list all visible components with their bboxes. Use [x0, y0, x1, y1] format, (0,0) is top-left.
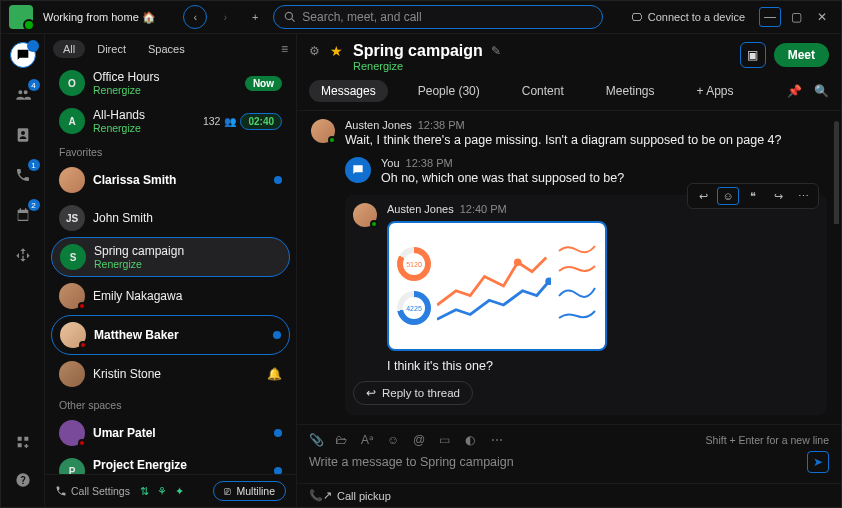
call-settings[interactable]: Call Settings: [55, 485, 130, 497]
favorite-john[interactable]: JS John Smith: [51, 199, 290, 237]
tab-meetings[interactable]: Meetings: [594, 80, 667, 102]
presence-dnd: [78, 439, 86, 447]
rail-chat[interactable]: [10, 42, 36, 68]
message: Austen Jones12:38 PM Wait, I think there…: [311, 119, 827, 147]
compose-input[interactable]: Write a message to Spring campaign: [309, 455, 799, 469]
avatar: [59, 283, 85, 309]
more-compose-icon[interactable]: ⋯: [491, 433, 505, 447]
action-reply[interactable]: ↩: [692, 187, 714, 205]
scrollbar[interactable]: [834, 121, 839, 414]
action-more[interactable]: ⋯: [792, 187, 814, 205]
favorite-spring-campaign[interactable]: S Spring campaignRenergize: [51, 237, 290, 277]
contacts-icon: [15, 127, 31, 143]
pin-icon[interactable]: 📌: [787, 84, 802, 98]
pip-button[interactable]: ▣: [740, 42, 766, 68]
avatar: [60, 322, 86, 348]
connect-label: Connect to a device: [648, 11, 745, 23]
action-react[interactable]: ☺: [717, 187, 739, 205]
msg-author: You: [381, 157, 400, 169]
window-close[interactable]: ✕: [811, 7, 833, 27]
filter-button[interactable]: ≡: [281, 42, 288, 56]
space-all-hands[interactable]: A All-HandsRenergize 132👥02:40: [51, 102, 290, 140]
edit-title-button[interactable]: ✎: [491, 44, 501, 58]
favorite-clarissa[interactable]: Clarissa Smith: [51, 161, 290, 199]
connect-to-device[interactable]: 🖵 Connect to a device: [631, 11, 745, 23]
rail-more[interactable]: [10, 242, 36, 268]
rail-calendar[interactable]: 2: [10, 202, 36, 228]
people-icon: [15, 87, 31, 103]
space-name: Project Energize: [93, 458, 266, 472]
msg-text: Wait, I think there's a page missing. Is…: [345, 133, 827, 147]
space-name: Office Hours: [93, 70, 237, 84]
tab-all[interactable]: All: [53, 40, 85, 58]
self-avatar[interactable]: [9, 5, 33, 29]
other-project-energize[interactable]: P Project EnergizeRenergize: [51, 452, 290, 474]
tab-messages[interactable]: Messages: [309, 80, 388, 102]
contact-name: Clarissa Smith: [93, 173, 266, 187]
tab-content[interactable]: Content: [510, 80, 576, 102]
space-office-hours[interactable]: O Office HoursRenergize Now: [51, 64, 290, 102]
rail-teams[interactable]: 4: [10, 82, 36, 108]
action-quote[interactable]: ❝: [742, 187, 764, 205]
emoji-icon[interactable]: ☺: [387, 433, 401, 447]
bitmoji-icon[interactable]: ◐: [465, 433, 479, 447]
screen-capture-icon[interactable]: 🗁: [335, 433, 349, 447]
time-chip: 02:40: [240, 113, 282, 130]
space-org: Renergize: [93, 84, 237, 96]
queue-icon[interactable]: ⇅: [140, 485, 149, 497]
msg-author: Austen Jones: [387, 203, 454, 215]
chat-badge: [27, 40, 39, 52]
attached-image[interactable]: [387, 221, 607, 351]
format-icon[interactable]: Aᵃ: [361, 433, 375, 447]
favorite-matthew[interactable]: Matthew Baker: [51, 315, 290, 355]
section-favorites: Favorites: [51, 140, 290, 161]
favorite-kristin[interactable]: Kristin Stone 🔔: [51, 355, 290, 393]
avatar: P: [59, 458, 85, 474]
search-placeholder: Search, meet, and call: [302, 10, 421, 24]
window-maximize[interactable]: ▢: [785, 7, 807, 27]
send-button[interactable]: ➤: [807, 451, 829, 473]
teams-badge: 4: [28, 79, 40, 91]
tab-direct[interactable]: Direct: [87, 40, 136, 58]
favorite-emily[interactable]: Emily Nakagawa: [51, 277, 290, 315]
tab-spaces[interactable]: Spaces: [138, 40, 195, 58]
avatar: [59, 420, 85, 446]
space-settings-button[interactable]: ⚙: [309, 44, 320, 58]
unread-dot: [274, 429, 282, 437]
unread-dot: [274, 467, 282, 474]
other-umar[interactable]: Umar Patel: [51, 414, 290, 452]
call-pickup-label: Call pickup: [337, 490, 391, 502]
nav-forward-button: ›: [213, 5, 237, 29]
now-chip: Now: [245, 76, 282, 91]
participant-count: 132: [203, 115, 221, 127]
tab-apps[interactable]: + Apps: [684, 80, 745, 102]
attach-icon[interactable]: 📎: [309, 433, 323, 447]
group-icon[interactable]: ⚘: [157, 485, 167, 497]
nav-back-button[interactable]: ‹: [183, 5, 207, 29]
presence-online: [328, 136, 336, 144]
help-icon: [15, 472, 31, 488]
window-minimize[interactable]: —: [759, 7, 781, 27]
notifications-icon[interactable]: 🔔: [267, 367, 282, 381]
global-search[interactable]: Search, meet, and call: [273, 5, 603, 29]
call-pickup[interactable]: 📞↗ Call pickup: [309, 489, 391, 502]
favorite-star[interactable]: ★: [330, 43, 343, 59]
action-forward[interactable]: ↪: [767, 187, 789, 205]
rail-contacts[interactable]: [10, 122, 36, 148]
tab-people[interactable]: People (30): [406, 80, 492, 102]
rail-help[interactable]: [10, 467, 36, 493]
people-icon: 👥: [224, 116, 236, 127]
hunt-icon[interactable]: ✦: [175, 485, 184, 497]
new-item-button[interactable]: +: [243, 5, 267, 29]
multiline-icon: ⎚: [224, 485, 231, 497]
rail-apps[interactable]: [10, 429, 36, 455]
rail-calls[interactable]: 1: [10, 162, 36, 188]
multiline-button[interactable]: ⎚ Multiline: [213, 481, 286, 501]
reply-to-thread-button[interactable]: ↩Reply to thread: [353, 381, 473, 405]
search-in-space-icon[interactable]: 🔍: [814, 84, 829, 98]
gif-icon[interactable]: ▭: [439, 433, 453, 447]
mention-icon[interactable]: @: [413, 433, 427, 447]
share-icon: [15, 247, 31, 263]
presence-status[interactable]: Working from home 🏠: [43, 11, 156, 24]
meet-button[interactable]: Meet: [774, 43, 829, 67]
